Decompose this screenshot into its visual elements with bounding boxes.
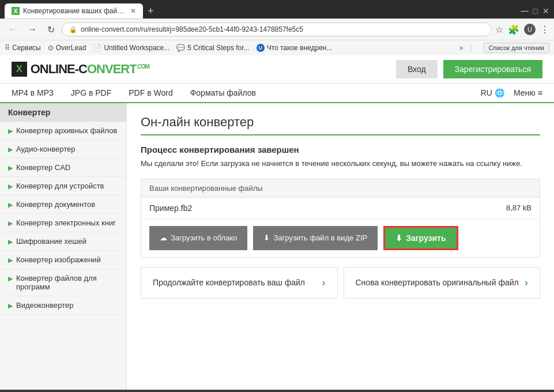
navigation-bar: ← → ↻ 🔒 online-convert.com/ru/result#j=9…	[0, 18, 554, 40]
globe-icon: 🌐	[495, 88, 504, 97]
language-selector[interactable]: RU 🌐	[481, 88, 504, 97]
arrow-icon: ▶	[8, 201, 13, 209]
bookmark-services[interactable]: ⠿ Сервисы	[5, 44, 41, 52]
bookmark-untitled[interactable]: 📄 Untitled Workspace...	[93, 44, 169, 52]
address-bar[interactable]: 🔒 online-convert.com/ru/result#j=985dee2…	[62, 22, 492, 36]
success-title: Процесс конвертирования завершен	[141, 145, 540, 154]
sidebar-item-cad-label: Конвертер CAD	[16, 163, 70, 172]
sidebar: Конвертер ▶ Конвертер архивных файлов ▶ …	[0, 103, 127, 390]
menu-button[interactable]: Меню ≡	[514, 88, 542, 97]
arrow-icon: ▶	[8, 164, 13, 172]
site-navigation: MP4 в MP3 JPG в PDF PDF в Word Форматы ф…	[0, 84, 554, 103]
download-button[interactable]: ⬇ Загрузить	[383, 226, 458, 250]
lang-label: RU	[481, 88, 492, 97]
back-button[interactable]: ←	[5, 23, 21, 36]
profile-avatar-icon[interactable]: U	[524, 24, 536, 35]
logo-com: .COM	[137, 63, 149, 70]
minimize-button[interactable]: ─	[521, 5, 529, 17]
bookmarks-more-button[interactable]: »	[459, 44, 463, 52]
reconvert-label: Снова конвертировать оригинальный файл	[356, 278, 519, 287]
arrow-icon: ▶	[8, 275, 13, 282]
files-section-header: Ваши конвертированные файлы	[141, 179, 540, 198]
sidebar-item-audio-label: Аудио-конвертер	[16, 145, 75, 153]
tab-close-button[interactable]: ✕	[130, 7, 136, 15]
bookmark-critical-label: 5 Critical Steps for...	[187, 44, 249, 52]
close-window-button[interactable]: ✕	[542, 6, 549, 16]
sidebar-item-images[interactable]: ▶ Конвертер изображений	[0, 251, 126, 269]
sidebar-item-documents[interactable]: ▶ Конвертер документов	[0, 195, 126, 214]
download-zip-button[interactable]: ⬇ Загрузить файл в виде ZIP	[253, 226, 378, 250]
sidebar-item-video-label: Видеоконвертер	[16, 301, 73, 310]
nav-jpg-pdf[interactable]: JPG в PDF	[71, 88, 111, 97]
more-options-icon[interactable]: ⋮	[540, 24, 549, 35]
bookmark-what-is[interactable]: U Что такое внедрен...	[257, 44, 333, 52]
bookmarks-separator: |	[470, 44, 472, 52]
upload-cloud-label: Загрузить в облако	[171, 233, 237, 242]
reading-list-button[interactable]: Список для чтения	[484, 43, 549, 53]
arrow-icon: ▶	[8, 146, 13, 153]
register-button[interactable]: Зарегистрироваться	[443, 60, 542, 78]
bookmark-critical-steps[interactable]: 💬 5 Critical Steps for...	[176, 44, 249, 52]
continue-convert-box[interactable]: Продолжайте конвертировать ваш файл ›	[141, 267, 338, 299]
arrow-icon: ▶	[8, 220, 13, 227]
sidebar-item-software[interactable]: ▶ Конвертер файлов для программ	[0, 269, 126, 296]
page-title: Он-лайн конвертер	[141, 115, 540, 135]
bookmark-untitled-label: Untitled Workspace...	[104, 44, 169, 52]
overlead-icon: ⊙	[48, 44, 54, 52]
file-size: 8,87 kB	[506, 203, 532, 212]
bookmark-overlead[interactable]: ⊙ OverLead	[48, 44, 86, 52]
reconvert-arrow-icon: ›	[525, 277, 528, 289]
new-tab-button[interactable]: +	[143, 5, 159, 17]
sidebar-item-archive[interactable]: ▶ Конвертер архивных файлов	[0, 122, 126, 140]
sidebar-title: Конвертер	[0, 103, 126, 122]
nav-pdf-word[interactable]: PDF в Word	[129, 88, 172, 97]
reconvert-box[interactable]: Снова конвертировать оригинальный файл ›	[344, 267, 541, 299]
sidebar-item-ebooks-label: Конвертер электронных книг	[16, 218, 116, 227]
sidebar-item-docs-label: Конвертер документов	[16, 200, 95, 209]
header-actions: Вход Зарегистрироваться	[396, 60, 542, 78]
extension-puzzle-icon[interactable]: 🧩	[508, 24, 519, 35]
sidebar-item-audio[interactable]: ▶ Аудио-конвертер	[0, 140, 126, 159]
window-controls: ─ □ ✕	[521, 5, 549, 17]
active-tab[interactable]: X Конвертирование ваших файло... ✕	[5, 3, 143, 18]
sidebar-item-video[interactable]: ▶ Видеоконвертер	[0, 296, 126, 315]
arrow-icon: ▶	[8, 302, 13, 310]
sidebar-item-cad[interactable]: ▶ Конвертер CAD	[0, 159, 126, 177]
logo-text-before: ONLINE-C	[31, 62, 87, 76]
apps-grid-icon: ⠿	[5, 44, 10, 52]
action-buttons: ☁ Загрузить в облако ⬇ Загрузить файл в …	[141, 219, 540, 257]
doc-icon: 📄	[93, 44, 101, 52]
nav-mp4-mp3[interactable]: MP4 в MP3	[12, 88, 54, 97]
login-button[interactable]: Вход	[396, 60, 438, 78]
nav-right: RU 🌐 Меню ≡	[481, 88, 542, 97]
menu-label: Меню	[514, 88, 536, 97]
arrow-icon: ▶	[8, 257, 13, 264]
sidebar-item-hash-label: Шифрование хешей	[16, 237, 86, 246]
sidebar-item-hash[interactable]: ▶ Шифрование хешей	[0, 232, 126, 251]
download-label: Загрузить	[406, 233, 446, 243]
file-row: Пример.fb2 8,87 kB	[141, 198, 540, 219]
bookmarks-bar: ⠿ Сервисы ⊙ OverLead 📄 Untitled Workspac…	[0, 40, 554, 55]
hamburger-icon: ≡	[538, 88, 542, 97]
nav-formats[interactable]: Форматы файлов	[190, 88, 256, 97]
tab-favicon: X	[12, 7, 20, 15]
forward-button[interactable]: →	[24, 23, 40, 36]
continue-arrow-icon: ›	[322, 277, 326, 289]
file-name: Пример.fb2	[149, 203, 506, 213]
refresh-button[interactable]: ↻	[44, 23, 58, 36]
sidebar-item-ebooks[interactable]: ▶ Конвертер электронных книг	[0, 214, 126, 232]
bookmark-star-icon[interactable]: ☆	[495, 24, 503, 35]
success-description: Мы сделали это! Если загрузка не начнетс…	[141, 158, 540, 169]
bookmark-services-label: Сервисы	[12, 44, 41, 52]
arrow-icon: ▶	[8, 183, 13, 190]
sidebar-item-archive-label: Конвертер архивных файлов	[16, 126, 117, 135]
upload-cloud-button[interactable]: ☁ Загрузить в облако	[149, 226, 247, 250]
site-logo[interactable]: X ONLINE-CONVERT.COM	[12, 62, 149, 77]
url-text: online-convert.com/ru/result#j=985dee20-…	[81, 25, 484, 33]
sidebar-item-devices[interactable]: ▶ Конвертер для устройств	[0, 177, 126, 195]
maximize-button[interactable]: □	[533, 6, 538, 16]
download-icon: ⬇	[395, 233, 402, 243]
logo-text-accent: ONVERT	[87, 62, 137, 76]
sidebar-item-images-label: Конвертер изображений	[16, 255, 101, 264]
bookmark-whatis-label: Что такое внедрен...	[267, 44, 333, 52]
